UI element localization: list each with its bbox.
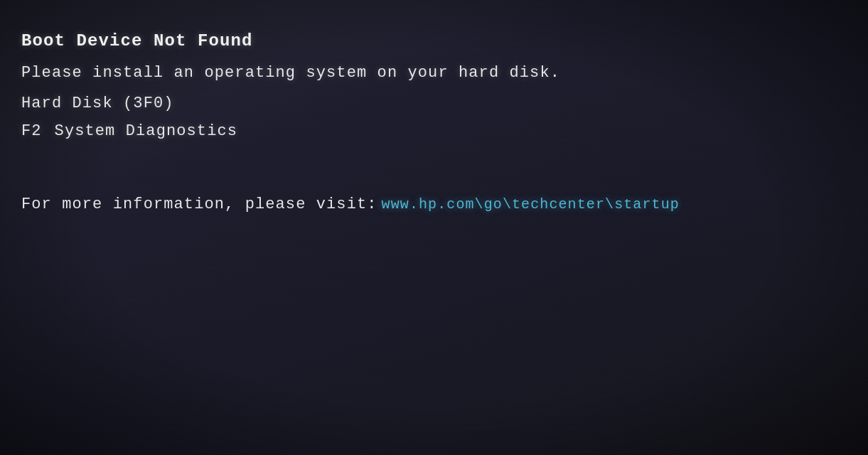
more-info-prefix: For more information, please visit: bbox=[21, 193, 377, 216]
f2-action: System Diagnostics bbox=[55, 119, 237, 143]
url-text: www.hp.com\go\techcenter\startup bbox=[382, 194, 680, 215]
f2-diagnostics-line: F2 System Diagnostics bbox=[21, 119, 840, 147]
spacer bbox=[21, 161, 840, 171]
f2-key: F2 bbox=[21, 119, 42, 143]
error-title: Boot Device Not Found bbox=[21, 28, 840, 54]
install-message: Please install an operating system on yo… bbox=[21, 61, 840, 85]
more-info-line: For more information, please visit: www.… bbox=[21, 193, 840, 216]
bsod-screen: Boot Device Not Found Please install an … bbox=[0, 0, 868, 455]
hard-disk-label: Hard Disk (3F0) bbox=[21, 92, 840, 115]
